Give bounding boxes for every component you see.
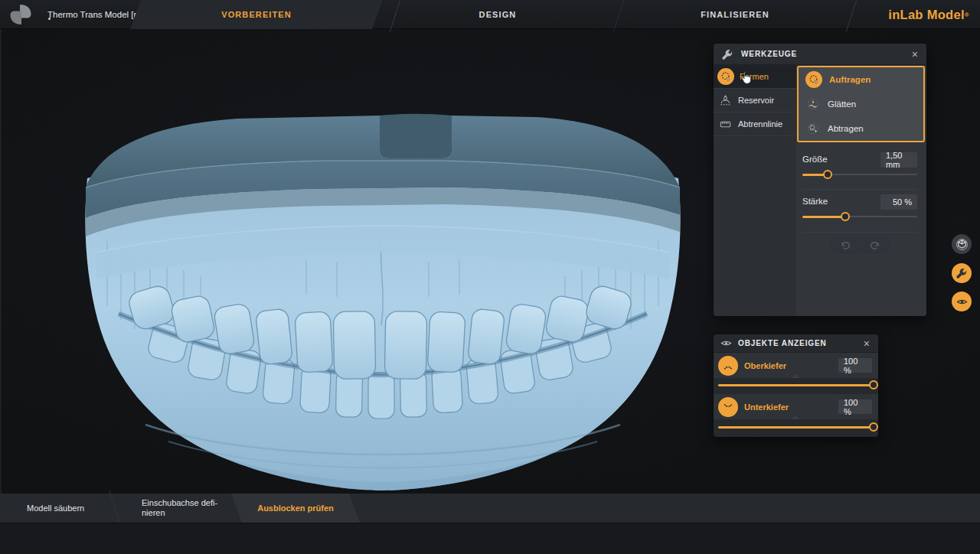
mode-abtragen[interactable]: Abtragen xyxy=(799,116,923,141)
tools-toggle-button[interactable] xyxy=(952,263,972,283)
sphere-cursor-icon xyxy=(717,68,734,85)
slider-fill xyxy=(718,426,874,429)
mode-label: Abtragen xyxy=(828,124,864,133)
mode-label: Auftragen xyxy=(829,75,871,84)
tool-category-formen[interactable]: Formen xyxy=(714,65,796,89)
staerke-label: Stärke xyxy=(802,197,828,206)
object-label: Oberkiefer xyxy=(744,361,786,370)
tool-category-label: Reservoir xyxy=(738,96,774,105)
tool-category-label: Abtrennlinie xyxy=(738,119,782,129)
slider-knob[interactable] xyxy=(823,170,832,179)
reservoir-drop-icon xyxy=(717,93,733,108)
objects-panel-title: OBJEKTE ANZEIGEN xyxy=(738,339,827,347)
objects-panel: OBJEKTE ANZEIGEN × Oberkiefer 100 % Unte… xyxy=(714,334,878,437)
eye-icon xyxy=(720,337,732,350)
tool-category-abtrennlinie[interactable]: Abtrennlinie xyxy=(714,112,796,136)
objects-panel-header: OBJEKTE ANZEIGEN × xyxy=(714,334,878,353)
top-bar-separator xyxy=(613,0,626,32)
tools-panel-close-button[interactable]: × xyxy=(903,49,926,60)
groesse-slider[interactable] xyxy=(802,170,917,179)
apply-sphere-cursor-icon xyxy=(805,71,822,88)
top-bar-separator xyxy=(390,0,402,32)
tool-category-list: Formen Reservoir xyxy=(714,65,796,316)
step-separator xyxy=(109,490,122,526)
unterkiefer-slider[interactable] xyxy=(718,422,874,432)
mode-auftragen[interactable]: Auftragen xyxy=(799,67,923,92)
objects-panel-close-button[interactable]: × xyxy=(855,338,878,349)
mode-glaetten[interactable]: Glätten xyxy=(799,92,923,116)
formen-mode-group: Auftragen Glätten xyxy=(797,66,925,142)
brand-reg-mark: ® xyxy=(965,11,969,18)
slider-knob[interactable] xyxy=(869,422,878,432)
eye-icon xyxy=(956,298,968,306)
company-logo-icon xyxy=(9,4,32,25)
top-tab-finalisieren[interactable]: FINALISIEREN xyxy=(685,0,785,29)
upper-jaw-arch-icon xyxy=(718,356,738,376)
brand-name: inLab Model xyxy=(888,8,965,22)
groesse-label: Größe xyxy=(802,155,828,164)
slider-caret xyxy=(791,416,800,419)
canvas-edge-strip xyxy=(0,29,2,494)
groesse-value-box[interactable]: 1,50 mm xyxy=(880,152,917,168)
top-tab-vorbereiten[interactable]: VORBEREITEN xyxy=(130,0,383,29)
slider-knob[interactable] xyxy=(841,212,850,221)
show-objects-toggle-button[interactable] xyxy=(952,292,972,311)
slider-knob[interactable] xyxy=(869,380,878,389)
top-bar: Thermo Trans Model [ni... VORBEREITEN DE… xyxy=(0,0,980,29)
oberkiefer-value-box[interactable]: 100 % xyxy=(838,358,872,373)
undo-redo-group xyxy=(831,236,890,254)
step-bar: Modell säubern Einschubachse defi- niere… xyxy=(0,494,980,523)
step-label-line2: nieren xyxy=(142,508,217,518)
remove-tooth-cursor-icon xyxy=(805,121,821,136)
brand-logo-text: inLab Model® xyxy=(888,0,969,29)
smooth-drop-icon xyxy=(805,96,821,112)
tools-panel-title: WERKZEUGE xyxy=(741,50,797,58)
title-indicator-dot xyxy=(48,18,51,20)
step-einschubachse[interactable]: Einschubachse defi- nieren xyxy=(142,498,217,518)
slider-fill xyxy=(802,216,845,218)
top-tab-design[interactable]: DESIGN xyxy=(459,0,536,29)
divider xyxy=(802,189,917,190)
oberkiefer-slider[interactable] xyxy=(718,380,874,389)
slider-fill xyxy=(718,384,874,386)
app-window: Thermo Trans Model [ni... VORBEREITEN DE… xyxy=(0,0,980,554)
divider xyxy=(802,232,917,233)
step-ausblocken-pruefen[interactable]: Ausblocken prüfen xyxy=(231,494,360,523)
step-modell-saeubern[interactable]: Modell säubern xyxy=(27,494,84,523)
tools-panel-header: WERKZEUGE × xyxy=(714,44,926,65)
lower-jaw-arch-icon xyxy=(718,397,738,417)
redo-icon[interactable] xyxy=(869,240,880,250)
tool-category-reservoir[interactable]: Reservoir xyxy=(714,89,796,112)
slider-caret xyxy=(791,374,800,378)
mode-label: Glätten xyxy=(828,99,856,109)
step-label-line1: Einschubachse defi- xyxy=(142,498,217,508)
undo-icon[interactable] xyxy=(840,240,851,250)
footer-bar xyxy=(0,523,980,554)
hand-pointer-cursor xyxy=(741,71,754,86)
view-cube-icon xyxy=(956,238,969,251)
view-cube-button[interactable] xyxy=(952,234,972,254)
dental-model-3d[interactable] xyxy=(77,96,689,497)
staerke-slider[interactable] xyxy=(802,212,917,221)
staerke-value-box[interactable]: 50 % xyxy=(880,194,917,210)
unterkiefer-value-box[interactable]: 100 % xyxy=(838,399,872,414)
wrench-icon xyxy=(956,268,967,279)
top-bar-separator xyxy=(846,0,858,32)
object-label: Unterkiefer xyxy=(744,402,789,412)
wrench-icon xyxy=(720,47,735,62)
separation-line-icon xyxy=(717,116,733,132)
